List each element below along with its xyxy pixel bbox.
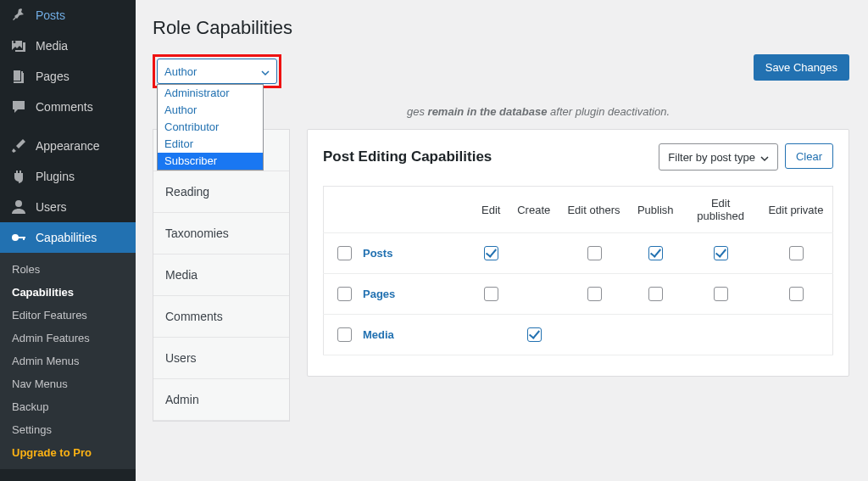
sidebar-spacer — [0, 122, 136, 131]
submenu-backup[interactable]: Backup — [0, 395, 136, 418]
row-select-checkbox[interactable] — [337, 246, 352, 260]
row-link-posts[interactable]: Posts — [363, 247, 392, 260]
cap-checkbox[interactable] — [587, 287, 602, 301]
cap-checkbox[interactable] — [484, 246, 498, 260]
cap-checkbox[interactable] — [648, 287, 663, 301]
panel-actions: Filter by post type Clear — [659, 143, 833, 171]
role-option-administrator[interactable]: Administrator — [158, 85, 263, 102]
tab-users[interactable]: Users — [153, 338, 289, 379]
comment-icon — [10, 98, 27, 115]
cap-checkbox[interactable] — [714, 246, 728, 260]
cap-checkbox[interactable] — [789, 246, 804, 260]
row-link-pages[interactable]: Pages — [363, 288, 395, 300]
role-option-subscriber[interactable]: Subscriber — [158, 153, 263, 170]
role-option-contributor[interactable]: Contributor — [158, 119, 263, 136]
panel-header: Post Editing Capabilities Filter by post… — [323, 143, 833, 171]
key-icon — [10, 229, 27, 246]
notice-text-2: after plugin deactivation. — [547, 105, 670, 118]
sidebar-submenu: Roles Capabilities Editor Features Admin… — [0, 253, 136, 469]
col-create: Create — [509, 187, 559, 233]
table-row: Media — [324, 315, 833, 355]
sidebar-item-appearance[interactable]: Appearance — [0, 131, 136, 161]
role-option-editor[interactable]: Editor — [158, 136, 263, 153]
capabilities-panel: Post Editing Capabilities Filter by post… — [307, 129, 849, 377]
brush-icon — [10, 137, 27, 154]
submenu-settings[interactable]: Settings — [0, 418, 136, 441]
sidebar-item-media[interactable]: Media — [0, 31, 136, 61]
notice-fragment: ges remain in the database after plugin … — [407, 105, 670, 118]
sidebar-item-pages[interactable]: Pages — [0, 61, 136, 92]
sidebar-label: Pages — [36, 70, 70, 83]
table-row: Posts — [324, 233, 833, 274]
sidebar-item-comments[interactable]: Comments — [0, 92, 136, 122]
notice-bold: remain in the database — [428, 105, 548, 118]
sidebar-label: Users — [36, 200, 67, 214]
sidebar-label: Posts — [36, 8, 65, 22]
cap-checkbox[interactable] — [714, 287, 728, 301]
topbar: Author Administrator Author Contributor … — [153, 54, 849, 88]
clear-button[interactable]: Clear — [785, 143, 833, 169]
cap-checkbox[interactable] — [587, 246, 602, 260]
sidebar-label: Appearance — [36, 139, 100, 153]
role-select-highlight: Author Administrator Author Contributor … — [153, 54, 281, 88]
submenu-admin-menus[interactable]: Admin Menus — [0, 350, 136, 372]
role-select[interactable]: Author — [157, 59, 277, 84]
admin-sidebar: Posts Media Pages Comments Appearance Pl… — [0, 0, 136, 481]
table-header-row: Edit Create Edit others Publish Edit pub… — [324, 187, 833, 233]
row-select-checkbox[interactable] — [337, 287, 352, 301]
chevron-down-icon — [760, 153, 769, 161]
svg-rect-2 — [14, 70, 20, 81]
sidebar-label: Plugins — [36, 170, 75, 183]
tab-reading[interactable]: Reading — [153, 171, 289, 213]
cap-checkbox[interactable] — [789, 287, 804, 301]
row-select-checkbox[interactable] — [337, 327, 352, 342]
submenu-editor-features[interactable]: Editor Features — [0, 304, 136, 327]
sidebar-item-plugins[interactable]: Plugins — [0, 161, 136, 192]
tab-comments[interactable]: Comments — [153, 296, 289, 338]
cap-checkbox[interactable] — [484, 287, 498, 301]
col-edit: Edit — [473, 187, 509, 233]
tab-taxonomies[interactable]: Taxonomies — [153, 213, 289, 254]
filter-select[interactable]: Filter by post type — [659, 143, 778, 171]
table-body: Posts Pages — [324, 233, 833, 355]
save-button[interactable]: Save Changes — [754, 54, 849, 81]
sidebar-label: Comments — [36, 100, 93, 114]
role-option-author[interactable]: Author — [158, 102, 263, 119]
submenu-capabilities[interactable]: Capabilities — [0, 281, 136, 304]
user-icon — [10, 199, 27, 215]
sidebar-item-capabilities[interactable]: Capabilities — [0, 222, 136, 253]
notice-text-1: ges — [407, 105, 428, 118]
submenu-roles[interactable]: Roles — [0, 258, 136, 281]
svg-rect-6 — [23, 237, 25, 240]
col-edit-others: Edit others — [559, 187, 629, 233]
sidebar-label: Media — [36, 39, 68, 53]
sidebar-label: Capabilities — [36, 231, 97, 244]
page-title: Role Capabilities — [153, 17, 849, 39]
chevron-down-icon — [261, 67, 270, 76]
tabs-column: Deletion Reading Taxonomies Media Commen… — [153, 129, 290, 422]
row-link-media[interactable]: Media — [363, 328, 394, 341]
svg-point-3 — [15, 200, 22, 207]
media-icon — [10, 37, 27, 54]
sidebar-item-posts[interactable]: Posts — [0, 0, 136, 31]
role-select-value: Author — [164, 65, 197, 78]
capabilities-table: Edit Create Edit others Publish Edit pub… — [323, 186, 833, 355]
table-row: Pages — [324, 274, 833, 315]
main-content: Role Capabilities Author Administrator A… — [136, 0, 868, 481]
col-edit-private: Edit private — [760, 187, 833, 233]
submenu-upgrade[interactable]: Upgrade to Pro — [0, 441, 136, 464]
page-icon — [10, 68, 27, 85]
submenu-admin-features[interactable]: Admin Features — [0, 327, 136, 350]
sidebar-item-users[interactable]: Users — [0, 192, 136, 222]
cap-checkbox[interactable] — [648, 246, 663, 260]
app-root: Posts Media Pages Comments Appearance Pl… — [0, 0, 868, 481]
pin-icon — [10, 7, 27, 24]
col-edit-published: Edit published — [682, 187, 759, 233]
panel-title: Post Editing Capabilities — [323, 148, 492, 165]
cap-checkbox[interactable] — [527, 327, 542, 342]
tab-media[interactable]: Media — [153, 254, 289, 296]
tab-admin[interactable]: Admin — [153, 379, 289, 421]
plug-icon — [10, 168, 27, 185]
submenu-nav-menus[interactable]: Nav Menus — [0, 372, 136, 395]
filter-select-label: Filter by post type — [668, 151, 755, 164]
